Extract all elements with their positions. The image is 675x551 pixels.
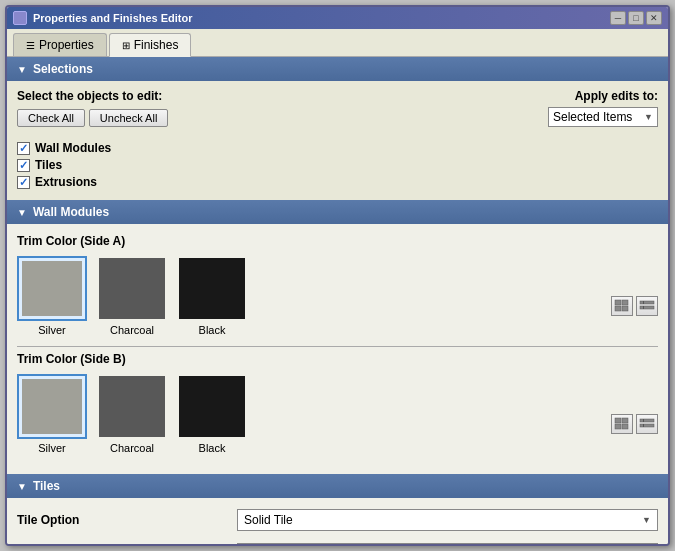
- apply-edits-value: Selected Items: [553, 110, 632, 124]
- close-button[interactable]: ✕: [646, 11, 662, 25]
- checkbox-extrusions-label: Extrusions: [35, 175, 97, 189]
- svg-rect-5: [640, 306, 654, 309]
- apply-edits-label: Apply edits to:: [575, 89, 658, 103]
- mdf-row: Medium Density Fiber Core (MDF) NAF MDF …: [17, 540, 658, 544]
- title-bar-left: Properties and Finishes Editor: [13, 11, 193, 25]
- swatch-black-b-label: Black: [199, 442, 226, 454]
- select-objects-row: Select the objects to edit: Check All Un…: [17, 89, 658, 133]
- tiles-title: Tiles: [33, 479, 60, 493]
- swatch-silver-b-label: Silver: [38, 442, 66, 454]
- tile-option-dropdown-arrow: ▼: [642, 515, 651, 525]
- tile-option-dropdown[interactable]: Solid Tile ▼: [237, 509, 658, 531]
- trim-side-b-icons: [611, 414, 658, 454]
- swatch-silver-a-label: Silver: [38, 324, 66, 336]
- swatch-charcoal-a[interactable]: Charcoal: [97, 256, 167, 336]
- svg-rect-10: [615, 424, 621, 429]
- app-icon: [13, 11, 27, 25]
- title-bar: Properties and Finishes Editor ─ □ ✕: [7, 7, 668, 29]
- swatch-black-a[interactable]: Black: [177, 256, 247, 336]
- tiles-header: ▼ Tiles: [7, 474, 668, 498]
- checkbox-tiles[interactable]: ✓ Tiles: [17, 158, 658, 172]
- tile-option-row: Tile Option Solid Tile ▼: [17, 506, 658, 534]
- select-objects-section: Select the objects to edit: Check All Un…: [17, 89, 168, 133]
- tiles-body: Tile Option Solid Tile ▼ Medium Density …: [7, 498, 668, 544]
- svg-rect-14: [643, 419, 644, 422]
- svg-rect-11: [622, 424, 628, 429]
- svg-rect-12: [640, 419, 654, 422]
- svg-rect-13: [640, 424, 654, 427]
- trim-side-b-icon-btn-2[interactable]: [636, 414, 658, 434]
- checkbox-wall-modules-label: Wall Modules: [35, 141, 111, 155]
- swatch-black-a-label: Black: [199, 324, 226, 336]
- trim-side-b-section: Trim Color (Side B) Silver: [17, 352, 658, 454]
- apply-edits-dropdown[interactable]: Selected Items ▼: [548, 107, 658, 127]
- main-window: Properties and Finishes Editor ─ □ ✕ ☰ P…: [5, 5, 670, 546]
- title-buttons: ─ □ ✕: [610, 11, 662, 25]
- tiles-collapse-icon[interactable]: ▼: [17, 481, 27, 492]
- wall-modules-title: Wall Modules: [33, 205, 109, 219]
- tab-finishes[interactable]: ⊞ Finishes: [109, 33, 192, 57]
- swatch-charcoal-a-label: Charcoal: [110, 324, 154, 336]
- properties-tab-label: Properties: [39, 38, 94, 52]
- selections-title: Selections: [33, 62, 93, 76]
- trim-side-b-label: Trim Color (Side B): [17, 352, 658, 366]
- checkbox-extrusions[interactable]: ✓ Extrusions: [17, 175, 658, 189]
- maximize-button[interactable]: □: [628, 11, 644, 25]
- trim-side-b-swatches-row: Silver Charcoal Black: [17, 374, 658, 454]
- check-all-button[interactable]: Check All: [17, 109, 85, 127]
- selections-body: Select the objects to edit: Check All Un…: [7, 81, 668, 200]
- svg-rect-1: [622, 300, 628, 305]
- check-buttons: Check All Uncheck All: [17, 109, 168, 127]
- finishes-tab-icon: ⊞: [122, 40, 130, 51]
- trim-side-a-icons: [611, 296, 658, 336]
- select-objects-label: Select the objects to edit:: [17, 89, 168, 103]
- tabs-bar: ☰ Properties ⊞ Finishes: [7, 29, 668, 57]
- tile-option-value: Solid Tile: [244, 513, 293, 527]
- svg-rect-0: [615, 300, 621, 305]
- selections-header: ▼ Selections: [7, 57, 668, 81]
- mdf-dropdown[interactable]: NAF MDF ▼: [237, 543, 658, 544]
- selections-collapse-icon[interactable]: ▼: [17, 64, 27, 75]
- wall-modules-body: Trim Color (Side A) Silver: [7, 224, 668, 474]
- swatch-black-b[interactable]: Black: [177, 374, 247, 454]
- swatch-silver-b[interactable]: Silver: [17, 374, 87, 454]
- svg-rect-2: [615, 306, 621, 311]
- tile-option-label: Tile Option: [17, 513, 237, 527]
- trim-side-a-icon-btn-2[interactable]: [636, 296, 658, 316]
- svg-rect-6: [643, 301, 644, 304]
- trim-side-b-icon-btn-1[interactable]: [611, 414, 633, 434]
- window-title: Properties and Finishes Editor: [33, 12, 193, 24]
- apply-edits-dropdown-arrow: ▼: [644, 112, 653, 122]
- trim-side-a-section: Trim Color (Side A) Silver: [17, 234, 658, 336]
- svg-rect-9: [622, 418, 628, 423]
- svg-rect-8: [615, 418, 621, 423]
- wall-modules-collapse-icon[interactable]: ▼: [17, 207, 27, 218]
- uncheck-all-button[interactable]: Uncheck All: [89, 109, 168, 127]
- trim-side-a-label: Trim Color (Side A): [17, 234, 658, 248]
- properties-tab-icon: ☰: [26, 40, 35, 51]
- trim-side-b-swatches: Silver Charcoal Black: [17, 374, 247, 454]
- apply-edits-row: Apply edits to: Selected Items ▼: [548, 89, 658, 127]
- content-area: ▼ Selections Select the objects to edit:…: [7, 57, 668, 544]
- swatch-charcoal-b-label: Charcoal: [110, 442, 154, 454]
- svg-rect-15: [643, 424, 644, 427]
- trim-divider: [17, 346, 658, 347]
- svg-rect-4: [640, 301, 654, 304]
- checkbox-wall-modules[interactable]: ✓ Wall Modules: [17, 141, 658, 155]
- svg-rect-7: [643, 306, 644, 309]
- finishes-tab-label: Finishes: [134, 38, 179, 52]
- trim-side-a-icon-btn-1[interactable]: [611, 296, 633, 316]
- tab-properties[interactable]: ☰ Properties: [13, 33, 107, 56]
- checkbox-wall-modules-input[interactable]: ✓: [17, 142, 30, 155]
- trim-side-a-swatches: Silver Charcoal Black: [17, 256, 247, 336]
- checkbox-extrusions-input[interactable]: ✓: [17, 176, 30, 189]
- checkbox-tiles-label: Tiles: [35, 158, 62, 172]
- checkbox-tiles-input[interactable]: ✓: [17, 159, 30, 172]
- minimize-button[interactable]: ─: [610, 11, 626, 25]
- svg-rect-3: [622, 306, 628, 311]
- swatch-silver-a[interactable]: Silver: [17, 256, 87, 336]
- trim-side-a-swatches-row: Silver Charcoal Black: [17, 256, 658, 336]
- wall-modules-header: ▼ Wall Modules: [7, 200, 668, 224]
- swatch-charcoal-b[interactable]: Charcoal: [97, 374, 167, 454]
